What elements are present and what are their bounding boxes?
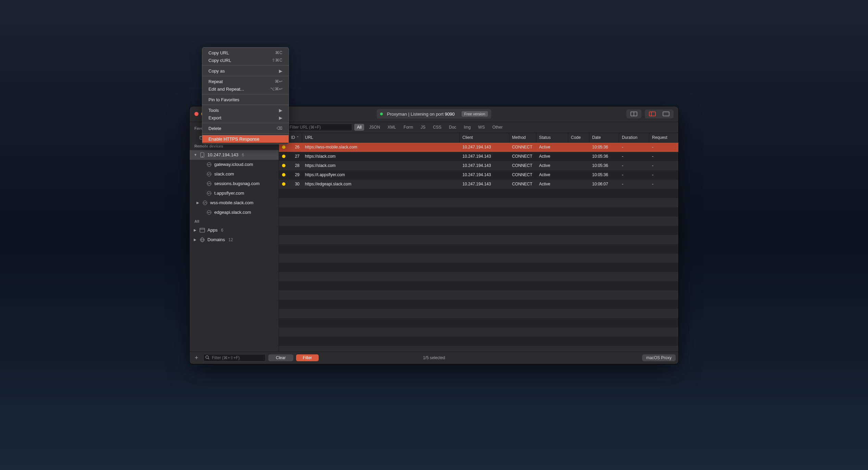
close-window-button[interactable] (194, 112, 199, 116)
cell-duration: - (619, 182, 649, 186)
filter-tab-doc[interactable]: Doc (446, 124, 459, 131)
panel-layout-button-2[interactable] (646, 110, 659, 117)
sidebar-item-apps[interactable]: ▶ Apps 6 (190, 225, 279, 235)
sidebar-item-label: t.appsflyer.com (214, 191, 244, 196)
cell-method: CONNECT (509, 182, 536, 186)
menu-separator (202, 123, 289, 123)
cell-request: - (649, 182, 678, 186)
status-indicator-icon (282, 182, 285, 186)
all-section-title: All (190, 217, 279, 225)
menu-pin-favorites[interactable]: Pin to Favorites (202, 96, 289, 103)
filter-tab-img[interactable]: Img (461, 124, 473, 131)
empty-row (279, 327, 678, 337)
cell-url: https://slack.com (302, 154, 460, 159)
sidebar-item-host-0[interactable]: gateway.icloud.com (190, 160, 279, 169)
free-version-badge: Free version (461, 111, 488, 117)
context-menu: Copy URL⌘C Copy cURL⇧⌘C Copy as▶ Repeat⌘… (202, 47, 289, 144)
menu-separator (202, 105, 289, 105)
table-row[interactable]: 28 https://slack.com 10.247.194.143 CONN… (279, 161, 678, 170)
filter-tab-other[interactable]: Other (489, 124, 505, 131)
sidebar-item-host-3[interactable]: t.appsflyer.com (190, 188, 279, 198)
cell-id: 26 (289, 145, 302, 149)
sidebar-item-device[interactable]: ▼ 10.247.194.143 6 (190, 150, 279, 160)
cell-status: Active (536, 172, 568, 177)
clear-button[interactable]: Clear (268, 354, 293, 361)
bottom-filter-input[interactable] (203, 354, 266, 362)
filter-tab-json[interactable]: JSON (366, 124, 383, 131)
add-button[interactable]: + (192, 354, 201, 362)
cell-method: CONNECT (509, 163, 536, 168)
empty-row (279, 309, 678, 318)
menu-repeat[interactable]: Repeat⌘↩ (202, 78, 289, 85)
panel-toggles (626, 109, 674, 118)
empty-row (279, 189, 678, 198)
sidebar-item-host-4[interactable]: ▶ wss-mobile.slack.com (190, 198, 279, 208)
menu-copy-curl[interactable]: Copy cURL⇧⌘C (202, 56, 289, 64)
sidebar-item-domains[interactable]: ▶ Domains 12 (190, 235, 279, 245)
url-filter-input[interactable] (281, 123, 352, 131)
table-row[interactable]: 26 https://wss-mobile.slack.com 10.247.1… (279, 143, 678, 152)
host-icon (206, 161, 212, 168)
menu-export[interactable]: Export▶ (202, 114, 289, 121)
empty-row (279, 263, 678, 272)
sidebar-item-host-1[interactable]: slack.com (190, 169, 279, 179)
sidebar-item-label: Domains (207, 237, 225, 242)
column-header-code[interactable]: Code (568, 133, 589, 142)
cell-client: 10.247.194.143 (460, 163, 509, 168)
table-row[interactable]: 30 https://edgeapi.slack.com 10.247.194.… (279, 180, 678, 189)
filter-tab-xml[interactable]: XML (385, 124, 399, 131)
sort-asc-icon: ⌃ (296, 136, 299, 139)
sidebar-item-label: 10.247.194.143 (207, 152, 238, 157)
search-icon (205, 355, 209, 361)
svg-line-25 (208, 358, 209, 359)
menu-separator (202, 133, 289, 134)
table-row[interactable]: 29 https://t.appsflyer.com 10.247.194.14… (279, 170, 678, 180)
column-header-duration[interactable]: Duration (619, 133, 649, 142)
submenu-arrow-icon: ▶ (279, 115, 282, 120)
filter-tab-form[interactable]: Form (401, 124, 416, 131)
title-text: Proxyman | Listening on port 9090 (387, 112, 455, 117)
cell-date: 10:05:36 (589, 145, 619, 149)
filter-button[interactable]: Filter (296, 354, 319, 361)
panel-layout-button-3[interactable] (660, 110, 673, 117)
empty-row (279, 253, 678, 263)
sidebar-item-label: gateway.icloud.com (214, 162, 253, 167)
column-header-method[interactable]: Method (509, 133, 536, 142)
empty-row (279, 318, 678, 327)
svg-rect-7 (663, 112, 669, 116)
menu-delete[interactable]: Delete⌫ (202, 125, 289, 132)
menu-copy-as[interactable]: Copy as▶ (202, 67, 289, 75)
column-header-url[interactable]: URL (302, 133, 460, 142)
cell-url: https://t.appsflyer.com (302, 172, 460, 177)
menu-tools[interactable]: Tools▶ (202, 106, 289, 114)
menu-enable-https[interactable]: Enable HTTPS Response (202, 135, 289, 143)
column-header-client[interactable]: Client (460, 133, 509, 142)
menu-copy-url[interactable]: Copy URL⌘C (202, 49, 289, 56)
app-window: Proxyman | Listening on port 9090 Free v… (189, 106, 679, 364)
filter-tab-all[interactable]: All (354, 124, 364, 131)
column-header-request[interactable]: Request (649, 133, 678, 142)
filter-tab-css[interactable]: CSS (430, 124, 444, 131)
column-header-status[interactable]: Status (536, 133, 568, 142)
table-row[interactable]: 27 https://slack.com 10.247.194.143 CONN… (279, 152, 678, 161)
delete-key-icon: ⌫ (277, 126, 282, 131)
sidebar-item-count: 12 (228, 237, 233, 242)
host-icon (206, 181, 212, 187)
sidebar-item-label: wss-mobile.slack.com (210, 200, 253, 205)
selection-status: 1/5 selected (423, 355, 445, 360)
empty-row (279, 272, 678, 281)
cell-request: - (649, 163, 678, 168)
empty-row (279, 290, 678, 300)
panel-layout-button-1[interactable] (627, 110, 640, 117)
menu-edit-repeat[interactable]: Edit and Repeat...⌥⌘↩ (202, 85, 289, 93)
sidebar-item-label: Apps (207, 227, 218, 233)
sidebar-item-host-5[interactable]: edgeapi.slack.com (190, 208, 279, 217)
filter-tab-js[interactable]: JS (418, 124, 428, 131)
svg-rect-17 (200, 228, 205, 232)
host-icon (206, 209, 212, 216)
filter-tab-ws[interactable]: WS (475, 124, 487, 131)
cell-duration: - (619, 172, 649, 177)
sidebar-item-host-2[interactable]: sessions.bugsnag.com (190, 179, 279, 188)
column-header-date[interactable]: Date (589, 133, 619, 142)
empty-row (279, 207, 678, 217)
